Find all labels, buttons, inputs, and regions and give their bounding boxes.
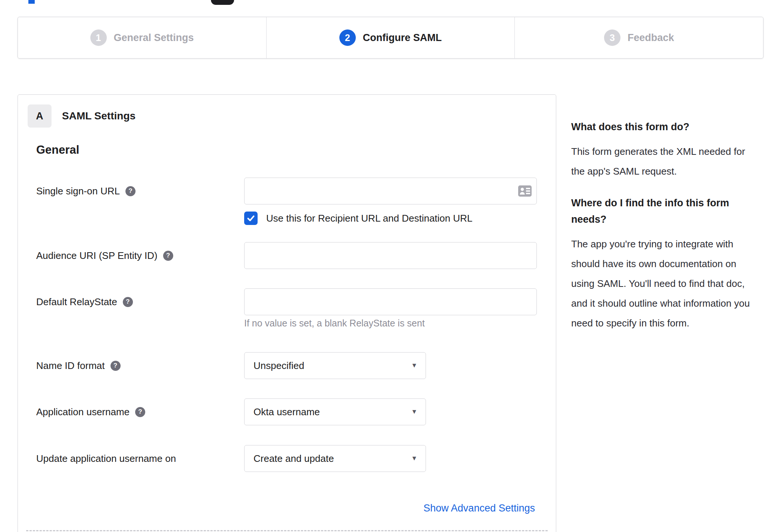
cutoff-dark-fragment — [211, 0, 234, 5]
chevron-down-icon: ▼ — [411, 408, 417, 416]
audience-uri-label-row: Audience URI (SP Entity ID) ? — [36, 242, 173, 269]
panel-title: SAML Settings — [62, 110, 136, 122]
step-2-circle: 2 — [339, 29, 356, 46]
update-username-label: Update application username on — [36, 453, 176, 464]
step-2-label: Configure SAML — [363, 32, 442, 44]
dashed-divider — [26, 530, 548, 531]
sso-url-label: Single sign-on URL — [36, 185, 120, 197]
app-username-select[interactable]: Okta username ▼ — [244, 398, 426, 425]
sso-url-help-icon[interactable]: ? — [125, 186, 136, 196]
name-id-format-value: Unspecified — [253, 360, 304, 372]
sidebar-heading-where: Where do I find the info this form needs… — [571, 195, 760, 228]
step-3-label: Feedback — [628, 32, 674, 44]
audience-uri-label: Audience URI (SP Entity ID) — [36, 250, 158, 262]
recipient-url-checkbox[interactable] — [244, 212, 258, 225]
name-id-format-select[interactable]: Unspecified ▼ — [244, 352, 426, 379]
name-id-format-label: Name ID format — [36, 360, 105, 372]
step-feedback[interactable]: 3 Feedback — [515, 17, 763, 58]
app-username-help-icon[interactable]: ? — [135, 407, 145, 417]
audience-uri-input[interactable] — [244, 242, 537, 269]
name-id-format-help-icon[interactable]: ? — [111, 361, 121, 371]
cutoff-blue-logo-fragment — [28, 0, 35, 4]
help-sidebar: What does this form do? This form genera… — [571, 119, 760, 347]
step-configure-saml[interactable]: 2 Configure SAML — [267, 17, 515, 58]
recipient-url-checkbox-row: Use this for Recipient URL and Destinati… — [244, 212, 473, 225]
relay-state-label-row: Default RelayState ? — [36, 288, 133, 315]
recipient-url-checkbox-label: Use this for Recipient URL and Destinati… — [266, 213, 473, 224]
relay-state-input[interactable] — [244, 288, 537, 315]
step-1-label: General Settings — [114, 32, 194, 44]
step-1-circle: 1 — [90, 29, 107, 46]
relay-state-help-icon[interactable]: ? — [123, 297, 133, 307]
saml-settings-panel: A SAML Settings General Single sign-on U… — [18, 94, 556, 532]
app-username-value: Okta username — [253, 406, 320, 418]
app-username-label-row: Application username ? — [36, 398, 145, 425]
audience-uri-help-icon[interactable]: ? — [163, 251, 173, 261]
step-general-settings[interactable]: 1 General Settings — [18, 17, 267, 58]
app-username-label: Application username — [36, 406, 130, 418]
sso-url-input[interactable] — [244, 178, 537, 204]
sidebar-heading-what: What does this form do? — [571, 119, 760, 135]
update-username-select[interactable]: Create and update ▼ — [244, 445, 426, 472]
general-group-heading: General — [36, 143, 79, 157]
relay-state-label: Default RelayState — [36, 296, 117, 308]
update-username-value: Create and update — [253, 453, 334, 464]
sidebar-body-where: The app you're trying to integrate with … — [571, 234, 760, 333]
sso-url-label-row: Single sign-on URL ? — [36, 178, 136, 204]
chevron-down-icon: ▼ — [411, 455, 417, 462]
name-id-format-label-row: Name ID format ? — [36, 352, 121, 379]
chevron-down-icon: ▼ — [411, 362, 417, 369]
step-3-circle: 3 — [604, 29, 620, 46]
update-username-label-row: Update application username on — [36, 445, 176, 472]
section-badge-a: A — [28, 104, 52, 128]
contact-card-icon[interactable] — [518, 185, 532, 197]
wizard-stepper: 1 General Settings 2 Configure SAML 3 Fe… — [18, 17, 763, 59]
relay-state-hint: If no value is set, a blank RelayState i… — [244, 318, 425, 329]
sidebar-body-what: This form generates the XML needed for t… — [571, 142, 760, 181]
show-advanced-settings-link[interactable]: Show Advanced Settings — [423, 503, 535, 514]
